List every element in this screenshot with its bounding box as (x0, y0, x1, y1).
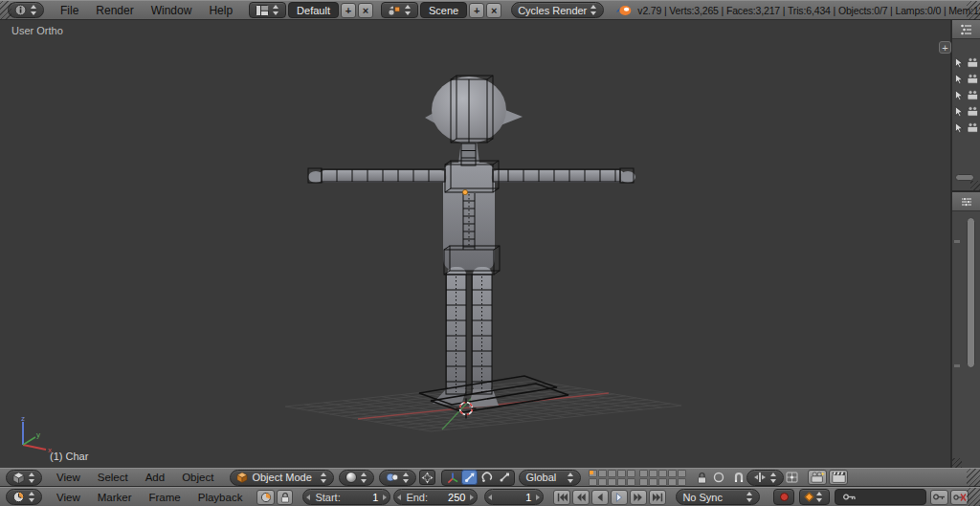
renderable-camera-icon[interactable] (967, 106, 979, 117)
screen-layout-name-field[interactable]: Default (288, 2, 339, 18)
outliner-row[interactable] (953, 103, 979, 120)
end-frame-field[interactable]: End: 250 (393, 489, 478, 505)
menu-window[interactable]: Window (143, 4, 201, 17)
layer-toggle[interactable] (627, 470, 635, 477)
menu-file[interactable]: File (52, 4, 87, 17)
layer-toggle[interactable] (668, 470, 677, 477)
transform-orientation-dropdown[interactable]: Global (519, 470, 581, 486)
snap-toggle-button[interactable] (730, 470, 746, 485)
auto-keyframe-record-button[interactable] (773, 489, 794, 505)
selectable-cursor-icon[interactable] (954, 74, 964, 85)
layer-toggle[interactable] (589, 470, 597, 477)
selectable-cursor-icon[interactable] (954, 106, 964, 118)
rotate-manipulator-button[interactable] (479, 470, 495, 485)
pivot-point-dropdown[interactable] (379, 470, 416, 486)
menu-marker[interactable]: Marker (89, 492, 141, 503)
renderable-camera-icon[interactable] (967, 122, 979, 133)
proportional-edit-button[interactable] (710, 470, 726, 485)
outliner-header[interactable] (952, 20, 980, 39)
close-scene-button[interactable]: × (486, 3, 501, 18)
sync-mode-dropdown[interactable]: No Sync (676, 489, 760, 505)
manipulator-toggle-button[interactable] (419, 470, 435, 485)
layer-toggle[interactable] (608, 478, 616, 486)
opengl-render-image-button[interactable] (808, 470, 827, 485)
menu-render[interactable]: Render (87, 4, 142, 17)
close-layout-button[interactable]: × (358, 3, 373, 18)
scene-selector-button[interactable] (381, 2, 418, 18)
layer-toggle[interactable] (598, 478, 607, 486)
start-frame-field[interactable]: Start: 1 (302, 489, 390, 505)
play-button[interactable] (611, 490, 628, 505)
jump-to-start-button[interactable] (553, 490, 570, 505)
opengl-render-animation-button[interactable] (829, 470, 848, 485)
previous-keyframe-button[interactable] (572, 490, 590, 505)
current-frame-field[interactable]: 1 (484, 489, 544, 505)
play-reverse-button[interactable] (591, 490, 609, 505)
snap-element-dropdown[interactable] (746, 470, 784, 486)
properties-tab-mark[interactable] (954, 240, 960, 243)
renderable-camera-icon[interactable] (967, 74, 979, 84)
lock-time-button[interactable] (277, 490, 293, 505)
jump-to-end-button[interactable] (649, 490, 666, 505)
menu-frame[interactable]: Frame (141, 492, 189, 503)
menu-add[interactable]: Add (137, 472, 173, 483)
scale-manipulator-button[interactable] (496, 470, 512, 485)
use-preview-range-button[interactable] (256, 490, 275, 505)
layer-toggle[interactable] (589, 478, 597, 486)
renderable-camera-icon[interactable] (967, 57, 979, 68)
menu-object[interactable]: Object (173, 472, 222, 483)
menu-playback[interactable]: Playback (189, 492, 252, 503)
screen-layout-selector-button[interactable] (249, 2, 286, 18)
insert-keyframe-button[interactable] (930, 490, 948, 505)
header-corner-grip[interactable] (967, 469, 980, 487)
selectable-cursor-icon[interactable] (954, 90, 964, 101)
menu-select[interactable]: Select (89, 472, 137, 483)
layer-toggle[interactable] (658, 478, 667, 486)
next-keyframe-button[interactable] (630, 490, 647, 505)
editor-type-button-timeline[interactable] (6, 489, 42, 505)
properties-editor[interactable] (952, 192, 980, 468)
layer-toggle[interactable] (639, 478, 648, 486)
window-corner-grip[interactable] (0, 1, 11, 20)
layer-toggle[interactable] (598, 470, 607, 477)
editor-type-button-info[interactable] (8, 2, 44, 18)
add-scene-button[interactable]: + (469, 3, 484, 18)
viewport-shading-dropdown[interactable] (339, 470, 374, 486)
layer-toggle[interactable] (639, 470, 648, 477)
outliner-row[interactable] (953, 71, 979, 87)
outliner-row[interactable] (953, 120, 979, 136)
layer-toggle[interactable] (678, 478, 686, 486)
properties-scrollbar[interactable] (967, 217, 975, 368)
outliner-row[interactable] (953, 55, 979, 71)
menu-help[interactable]: Help (200, 4, 241, 17)
layer-toggle[interactable] (658, 470, 667, 477)
layer-toggle[interactable] (678, 470, 686, 477)
outliner-row[interactable] (953, 87, 979, 103)
expand-region-button[interactable]: + (939, 41, 951, 54)
viewport-3d[interactable]: User Ortho z x y (1) Char (0, 20, 950, 468)
properties-tab-mark[interactable] (954, 364, 960, 367)
outliner-corner-grip[interactable] (970, 181, 980, 190)
render-engine-dropdown[interactable]: Cycles Render (511, 2, 604, 18)
active-keying-set-field[interactable] (835, 489, 926, 505)
layer-toggle[interactable] (649, 478, 657, 486)
keying-set-type-dropdown[interactable] (799, 489, 830, 505)
layer-toggle[interactable] (649, 470, 657, 477)
translate-manipulator-button[interactable] (461, 470, 478, 485)
snap-target-button[interactable] (784, 470, 800, 485)
layer-toggle[interactable] (608, 470, 616, 477)
scene-3d[interactable] (0, 20, 950, 468)
outliner-hscrollbar[interactable] (955, 174, 974, 181)
add-layout-button[interactable]: + (341, 3, 356, 18)
layer-toggle[interactable] (617, 470, 626, 477)
scene-name-field[interactable]: Scene (420, 2, 467, 18)
menu-view[interactable]: View (48, 472, 89, 483)
mode-dropdown[interactable]: Object Mode (230, 470, 334, 486)
selectable-cursor-icon[interactable] (954, 57, 964, 69)
renderable-camera-icon[interactable] (967, 90, 979, 100)
layer-toggle[interactable] (627, 478, 635, 486)
layer-toggle[interactable] (617, 478, 626, 486)
manipulator-axes-button[interactable] (444, 470, 460, 485)
properties-header[interactable] (952, 192, 980, 211)
selectable-cursor-icon[interactable] (954, 122, 964, 134)
